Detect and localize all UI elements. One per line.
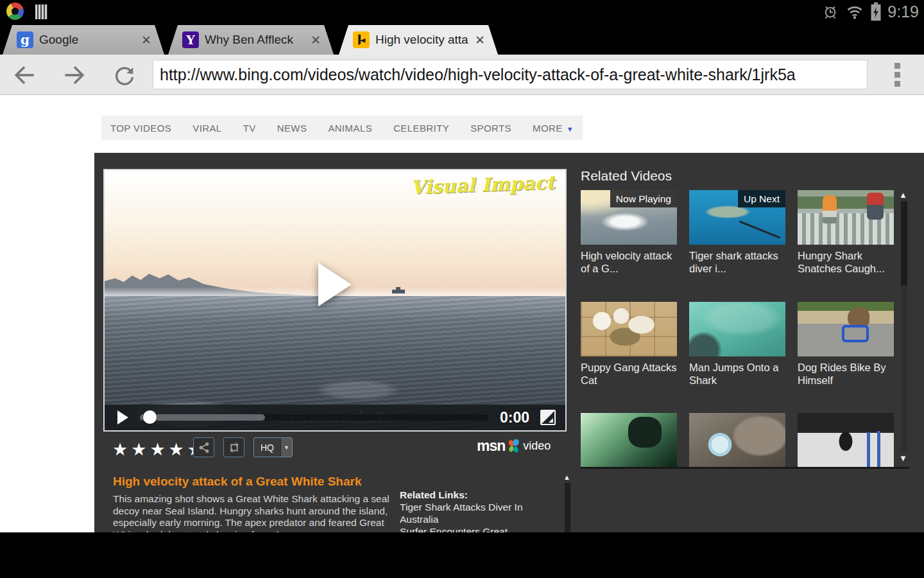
now-playing-badge: Now Playing [610,190,677,207]
browser-toolbar [0,55,924,95]
related-panel-divider [581,467,909,469]
related-links-header: Related Links: [400,489,468,501]
video-title: High velocity attack of a Great White Sh… [113,475,362,489]
msn-butterfly-icon [508,439,520,453]
related-video-card[interactable]: Puppy Gang Attacks Cat [581,302,677,387]
wifi-icon [845,2,864,21]
related-video-title[interactable]: Tiger shark attacks diver i... [689,249,785,275]
clock-time: 9:19 [887,0,919,23]
overflow-menu-button[interactable] [894,63,901,87]
browser-tab-strip: g Google ✕ Y Why Ben Affleck ✕ High velo… [0,23,924,55]
chevron-down-icon: ▼ [567,125,574,133]
battery-charging-icon [870,2,882,21]
pages-stack-icon [35,4,47,19]
up-next-badge: Up Next [738,190,785,207]
nav-viral[interactable]: VIRAL [193,123,221,134]
play-button[interactable] [117,410,128,425]
related-scrollbar[interactable] [901,200,907,452]
related-video-thumbnail[interactable] [689,413,785,468]
related-video-thumbnail[interactable] [581,413,677,468]
related-video-card[interactable]: Man Jumps Onto a Shark [689,302,785,387]
info-scrollbar[interactable] [565,483,570,532]
url-input[interactable] [153,60,868,89]
swap-arrows-icon [227,441,241,455]
tab-close-icon[interactable]: ✕ [475,33,485,48]
related-video-thumbnail[interactable] [798,302,894,356]
alarm-clock-icon [821,2,839,21]
nav-sports[interactable]: SPORTS [470,123,511,134]
player-controls: 0:00 [105,405,565,430]
related-video-card[interactable] [689,413,785,468]
tab-title: Google [39,33,136,47]
related-video-thumbnail[interactable] [689,302,785,356]
rating-stars[interactable]: ★★★★★ [112,439,206,460]
seek-bar[interactable] [140,414,488,421]
chrome-icon [6,3,24,20]
related-videos-header: Related Videos [581,168,672,184]
related-video-card[interactable]: Dog Rides Bike By Himself [798,302,894,387]
related-video-title[interactable]: Dog Rides Bike By Himself [798,361,894,387]
tab-close-icon[interactable]: ✕ [141,33,151,48]
nav-more[interactable]: MORE▼ [533,123,574,134]
msn-video-logo: msn video [477,437,551,455]
related-video-card[interactable]: Hungry Shark Snatches Caugh... [798,190,894,275]
nav-celebrity[interactable]: CELEBRITY [393,123,449,134]
bing-category-nav: TOP VIDEOS VIRAL TV NEWS ANIMALS CELEBRI… [101,116,583,140]
info-scroll-up-icon[interactable]: ▲ [563,473,570,481]
video-wordmark: video [523,439,551,453]
related-video-card[interactable]: Up Next Tiger shark attacks diver i... [689,190,785,275]
tab-google[interactable]: g Google ✕ [3,25,164,55]
tab-title: High velocity atta [375,33,470,47]
tab-yahoo-article[interactable]: Y Why Ben Affleck ✕ [168,25,334,55]
elapsed-time: 0:00 [500,409,529,426]
video-player[interactable]: Visual Impact www.visuals.tv 0:00 [103,169,567,432]
google-favicon: g [17,31,33,48]
related-video-thumbnail[interactable]: Now Playing [581,190,677,245]
play-overlay-button[interactable] [318,263,352,306]
nav-news[interactable]: NEWS [277,123,307,134]
video-page-panel: Visual Impact www.visuals.tv 0:00 [94,153,924,532]
msn-wordmark: msn [477,437,505,455]
chevron-down-icon: ▼ [280,438,292,457]
related-video-title[interactable]: Puppy Gang Attacks Cat [581,361,677,387]
related-video-card[interactable]: Now Playing High velocity attack of a G.… [581,190,677,275]
related-video-thumbnail[interactable] [798,190,894,245]
related-scroll-up-icon[interactable]: ▲ [899,190,907,200]
fullscreen-button[interactable] [540,409,556,426]
video-frame[interactable]: Visual Impact www.visuals.tv 0:00 [105,170,565,430]
share-icon [197,441,211,455]
tab-close-icon[interactable]: ✕ [311,33,321,48]
tab-bing-video-active[interactable]: High velocity atta ✕ [339,25,498,55]
android-screen: 9:19 g Google ✕ Y Why Ben Affleck ✕ High… [0,0,924,578]
nav-top-videos[interactable]: TOP VIDEOS [110,123,171,134]
nav-animals[interactable]: ANIMALS [328,123,372,134]
related-video-title[interactable]: Man Jumps Onto a Shark [689,361,785,387]
nav-tv[interactable]: TV [243,123,256,134]
related-video-thumbnail[interactable]: Up Next [689,190,785,245]
related-video-title[interactable]: Hungry Shark Snatches Caugh... [798,249,894,275]
share-button[interactable] [193,437,214,457]
yahoo-favicon: Y [182,31,199,48]
buffered-bar [140,414,265,421]
related-video-thumbnail[interactable] [581,302,677,356]
related-video-card[interactable] [581,413,677,468]
reload-button[interactable] [112,62,137,88]
quality-dropdown[interactable]: HQ ▼ [253,437,293,457]
related-video-thumbnail[interactable] [798,413,894,468]
back-button[interactable] [10,62,38,88]
status-bar: 9:19 [0,0,924,23]
quality-value: HQ [254,442,280,453]
status-icons: 9:19 [821,0,919,23]
tab-title: Why Ben Affleck [205,33,305,47]
related-video-card[interactable] [798,413,894,468]
related-video-title[interactable]: High velocity attack of a G... [581,249,677,275]
android-navbar [0,532,924,578]
seek-handle[interactable] [143,410,157,424]
forward-button[interactable] [60,62,89,88]
related-scroll-down-icon[interactable]: ▼ [899,453,907,463]
related-scrollbar-thumb[interactable] [901,202,907,285]
related-link[interactable]: Tiger Shark Attacks Diver In Australia [400,502,527,525]
bing-favicon [353,31,370,48]
video-boat [392,290,405,293]
embed-button[interactable] [223,437,244,457]
